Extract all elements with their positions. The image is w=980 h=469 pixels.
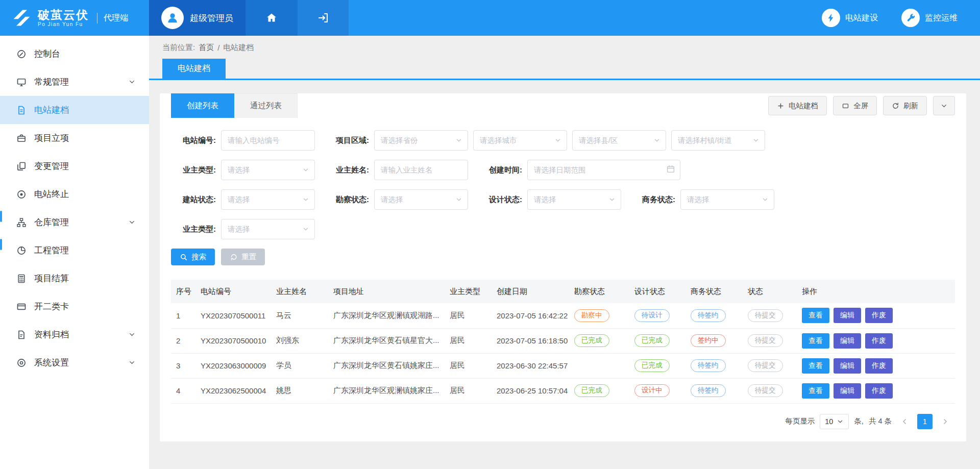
- survey-status-select[interactable]: 请选择: [374, 189, 468, 210]
- sidebar-item-change-management[interactable]: 变更管理: [0, 152, 149, 180]
- reset-button[interactable]: 重置: [221, 249, 265, 265]
- column-header: 操作: [797, 280, 955, 303]
- status-badge: 已完成: [574, 334, 609, 347]
- sidebar-item-engineering-management[interactable]: 工程管理: [0, 236, 149, 264]
- filter-survey-status: 勘察状态: 请选择: [324, 189, 468, 210]
- cell-design-status: 设计中: [629, 378, 685, 403]
- chevron-down-icon: [128, 78, 136, 86]
- document-icon: [16, 105, 27, 115]
- owner-name-input[interactable]: [374, 160, 468, 180]
- home-button[interactable]: [246, 0, 298, 36]
- monitor-icon: [16, 77, 27, 87]
- nav-monitor-ops[interactable]: 监控运维: [901, 9, 958, 27]
- create-time-label: 创建时间:: [477, 165, 522, 175]
- cell-actions: 查看编辑作废: [797, 378, 955, 403]
- refresh-button[interactable]: 刷新: [883, 96, 927, 115]
- cell-status: 待提交: [743, 353, 797, 378]
- file-icon: [16, 330, 27, 340]
- edit-button[interactable]: 编辑: [834, 333, 861, 349]
- sidebar-item-station-termination[interactable]: 电站终止: [0, 180, 149, 208]
- copy-icon: [16, 161, 27, 171]
- sidebar-item-label: 开二类卡: [34, 301, 69, 312]
- date-range-input[interactable]: [527, 160, 680, 180]
- fullscreen-button[interactable]: 全屏: [833, 96, 877, 115]
- void-button[interactable]: 作废: [865, 308, 893, 323]
- prev-page-button[interactable]: [897, 414, 912, 429]
- owner-type2-select[interactable]: 请选择: [221, 219, 315, 239]
- owner-name-label: 业主姓名:: [324, 165, 369, 175]
- edit-button[interactable]: 编辑: [834, 308, 861, 323]
- brand-subtitle: Po Jian Yun Fu: [38, 21, 89, 28]
- filter-row-3: 建站状态: 请选择 勘察状态: 请选择 设计状态: 请: [171, 189, 955, 210]
- design-status-select[interactable]: 请选择: [527, 189, 621, 210]
- status-badge: 待提交: [748, 359, 783, 372]
- sidebar-item-class2-card[interactable]: 开二类卡: [0, 292, 149, 320]
- status-badge: 待签约: [691, 384, 726, 397]
- wrench-icon: [901, 9, 920, 27]
- cell-owner-type: 居民: [445, 378, 492, 403]
- nav-monitor-ops-label: 监控运维: [925, 13, 958, 23]
- cell-station-no: YX2023070500010: [195, 328, 271, 353]
- region-select-2[interactable]: 请选择城市: [473, 130, 567, 151]
- region-select-3[interactable]: 请选择县/区: [572, 130, 666, 151]
- station-no-input[interactable]: [221, 130, 315, 151]
- sidebar-item-data-archive[interactable]: 资料归档: [0, 320, 149, 349]
- per-page-select[interactable]: 10: [820, 414, 849, 429]
- page-number-1[interactable]: 1: [917, 414, 933, 429]
- cell-business-status: 待签约: [685, 303, 743, 328]
- status-badge: 勘察中: [574, 309, 609, 322]
- search-button[interactable]: 搜索: [171, 249, 215, 265]
- region-select-4[interactable]: 请选择村镇/街道: [671, 130, 765, 151]
- page-tab-bar: 电站建档: [149, 59, 980, 80]
- logout-icon: [317, 12, 329, 24]
- sidebar-item-project-initiation[interactable]: 项目立项: [0, 124, 149, 152]
- build-status-select[interactable]: 请选择: [221, 189, 315, 210]
- void-button[interactable]: 作废: [865, 333, 893, 349]
- tab-passed-list[interactable]: 通过列表: [234, 93, 298, 118]
- chevron-down-icon: [608, 196, 616, 203]
- column-header: 设计状态: [629, 280, 685, 303]
- cell-status: 待提交: [743, 378, 797, 403]
- view-button[interactable]: 查看: [802, 333, 829, 349]
- business-status-select[interactable]: 请选择: [680, 189, 774, 210]
- sidebar-item-station-filing[interactable]: 电站建档: [0, 96, 149, 124]
- home-icon: [265, 12, 278, 24]
- cell-status: 待提交: [743, 303, 797, 328]
- view-button[interactable]: 查看: [802, 358, 829, 374]
- brand[interactable]: 破茧云伏 Po Jian Yun Fu 代理端: [0, 0, 149, 36]
- add-station-button[interactable]: 电站建档: [768, 96, 827, 115]
- lightning-icon: [822, 9, 840, 27]
- user-menu[interactable]: 超级管理员: [149, 0, 246, 36]
- tab-create-list[interactable]: 创建列表: [171, 93, 234, 118]
- next-page-button[interactable]: [938, 414, 953, 429]
- edit-button[interactable]: 编辑: [834, 358, 861, 374]
- cell-index: 4: [171, 378, 195, 403]
- void-button[interactable]: 作废: [865, 383, 893, 399]
- sidebar-item-warehouse-management[interactable]: 仓库管理: [0, 208, 149, 236]
- nav-station-build[interactable]: 电站建设: [822, 9, 878, 27]
- chevron-down-icon: [554, 137, 561, 144]
- view-button[interactable]: 查看: [802, 383, 829, 399]
- page-tab-station-filing[interactable]: 电站建档: [162, 59, 226, 79]
- column-header: 商务状态: [685, 280, 743, 303]
- sidebar-item-project-settlement[interactable]: 项目结算: [0, 264, 149, 292]
- region-select-1[interactable]: 请选择省份: [374, 130, 468, 151]
- logout-button[interactable]: [298, 0, 349, 36]
- sidebar-item-general-management[interactable]: 常规管理: [0, 68, 149, 96]
- edit-button[interactable]: 编辑: [834, 383, 861, 399]
- station-table: 序号电站编号业主姓名项目地址业主类型创建日期勘察状态设计状态商务状态状态操作 1…: [160, 280, 966, 404]
- sidebar-item-console[interactable]: 控制台: [0, 40, 149, 68]
- cell-business-status: 待签约: [685, 378, 743, 403]
- collapse-filters-button[interactable]: [933, 96, 955, 115]
- breadcrumb-home[interactable]: 首页: [199, 43, 214, 53]
- owner-type-select[interactable]: 请选择: [221, 160, 315, 180]
- top-header: 破茧云伏 Po Jian Yun Fu 代理端 超级管理员 电站建设: [0, 0, 980, 36]
- view-button[interactable]: 查看: [802, 308, 829, 323]
- status-badge: 已完成: [574, 384, 609, 397]
- column-header: 创建日期: [492, 280, 569, 303]
- cell-survey-status: 勘察中: [569, 303, 629, 328]
- sidebar-item-system-settings[interactable]: 系统设置: [0, 349, 149, 377]
- header-nav: 电站建设 监控运维: [822, 0, 958, 36]
- cell-created-date: 2023-07-05 16:18:50: [492, 328, 569, 353]
- void-button[interactable]: 作废: [865, 358, 893, 374]
